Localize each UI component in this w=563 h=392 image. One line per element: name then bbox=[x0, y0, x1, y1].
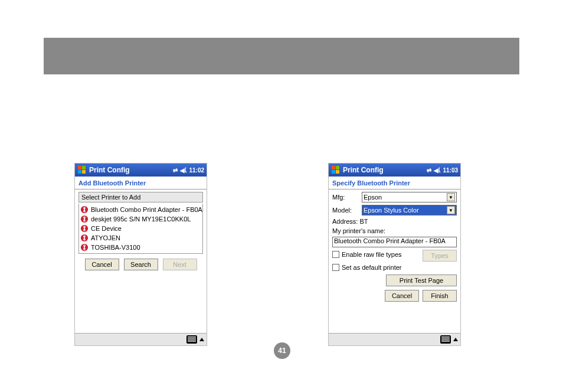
list-item-label: ATYOJEN bbox=[91, 234, 120, 241]
list-item[interactable]: Bluetooth Combo Print Adapter - FB0A bbox=[79, 205, 202, 214]
windows-logo-icon bbox=[331, 165, 341, 175]
speaker-icon: ◀ἰ bbox=[180, 167, 186, 174]
finish-button[interactable]: Finish bbox=[423, 290, 457, 302]
default-printer-label: Set as default printer bbox=[342, 264, 402, 271]
enable-raw-checkbox[interactable] bbox=[332, 251, 339, 258]
page-number: 41 bbox=[274, 342, 290, 359]
svg-rect-0 bbox=[78, 166, 81, 169]
svg-rect-9 bbox=[332, 166, 335, 169]
bluetooth-device-icon bbox=[80, 243, 89, 251]
search-button[interactable]: Search bbox=[124, 259, 158, 270]
connectivity-icon: ⇄ bbox=[427, 167, 431, 174]
windows-logo-icon bbox=[77, 165, 87, 175]
cancel-button[interactable]: Cancel bbox=[385, 290, 419, 302]
svg-rect-1 bbox=[82, 166, 86, 169]
svg-rect-10 bbox=[336, 166, 339, 169]
printer-list[interactable]: Bluetooth Combo Print Adapter - FB0A des… bbox=[78, 204, 203, 254]
keyboard-icon[interactable] bbox=[440, 335, 451, 344]
svg-rect-11 bbox=[332, 170, 335, 174]
connectivity-icon: ⇄ bbox=[173, 167, 178, 174]
mfg-label: Mfg: bbox=[332, 194, 358, 201]
list-item-label: TOSHIBA-V3100 bbox=[91, 244, 140, 251]
app-title: Print Config bbox=[89, 166, 173, 174]
chevron-down-icon: ▼ bbox=[447, 206, 455, 214]
default-printer-checkbox[interactable] bbox=[332, 264, 339, 271]
device-right: Print Config ⇄ ◀ἰ 11:03 Specify Bluetoot… bbox=[328, 163, 461, 346]
svg-rect-3 bbox=[82, 170, 86, 174]
bluetooth-device-icon bbox=[80, 234, 89, 242]
svg-rect-2 bbox=[78, 170, 81, 174]
mfg-value: Epson bbox=[364, 194, 382, 201]
list-item-label: deskjet 995c S/N MY19E1C0KK0L bbox=[91, 215, 191, 223]
model-select[interactable]: Epson Stylus Color ▼ bbox=[362, 205, 457, 215]
titlebar: Print Config ⇄ ◀ἰ 11:02 bbox=[75, 164, 207, 177]
bluetooth-device-icon bbox=[80, 224, 89, 233]
keyboard-icon[interactable] bbox=[186, 335, 197, 344]
list-item[interactable]: TOSHIBA-V3100 bbox=[79, 243, 202, 252]
svg-rect-12 bbox=[336, 170, 339, 174]
next-button: Next bbox=[163, 259, 197, 270]
chevron-up-icon[interactable] bbox=[453, 338, 458, 341]
chevron-down-icon: ▼ bbox=[447, 193, 455, 201]
model-value: Epson Stylus Color bbox=[364, 207, 419, 214]
model-label: Model: bbox=[332, 207, 358, 214]
types-button: Types bbox=[423, 250, 457, 262]
header-band bbox=[44, 38, 519, 74]
panel-label: Select Printer to Add bbox=[78, 192, 203, 202]
list-item-label: Bluetooth Combo Print Adapter - FB0A bbox=[91, 206, 202, 213]
bottom-bar bbox=[329, 333, 460, 345]
speaker-icon: ◀ἰ bbox=[434, 167, 440, 174]
page-subhead: Specify Bluetooth Printer bbox=[329, 177, 460, 190]
printers-name-input[interactable]: Bluetooth Combo Print Adapter - FB0A bbox=[332, 237, 457, 247]
bottom-bar bbox=[75, 333, 207, 345]
page-subhead: Add Bluetooth Printer bbox=[75, 177, 207, 190]
clock-text: 11:03 bbox=[443, 167, 458, 174]
list-item-label: CE Device bbox=[91, 225, 122, 232]
chevron-up-icon[interactable] bbox=[199, 338, 204, 341]
clock-text: 11:02 bbox=[189, 167, 204, 174]
list-item[interactable]: CE Device bbox=[79, 224, 202, 233]
bluetooth-device-icon bbox=[80, 215, 89, 223]
bluetooth-device-icon bbox=[80, 205, 89, 214]
app-title: Print Config bbox=[343, 166, 427, 174]
mfg-select[interactable]: Epson ▼ bbox=[362, 192, 457, 202]
printers-name-label: My printer's name: bbox=[332, 227, 457, 234]
enable-raw-label: Enable raw file types bbox=[342, 251, 402, 258]
titlebar: Print Config ⇄ ◀ἰ 11:03 bbox=[329, 164, 460, 177]
list-item[interactable]: ATYOJEN bbox=[79, 233, 202, 243]
list-item[interactable]: deskjet 995c S/N MY19E1C0KK0L bbox=[79, 214, 202, 224]
device-left: Print Config ⇄ ◀ἰ 11:02 Add Bluetooth Pr… bbox=[74, 163, 207, 346]
cancel-button[interactable]: Cancel bbox=[85, 259, 119, 270]
address-text: Address: BT bbox=[332, 218, 457, 225]
print-test-button[interactable]: Print Test Page bbox=[386, 275, 457, 286]
